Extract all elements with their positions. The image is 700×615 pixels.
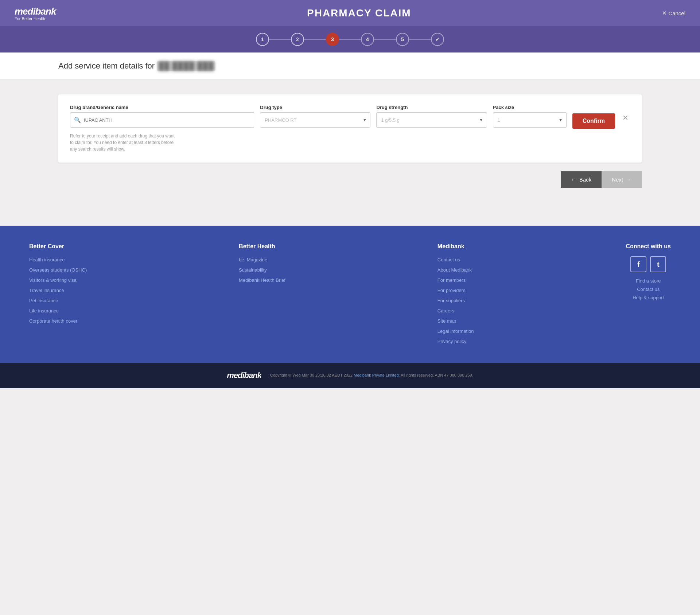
step-3[interactable]: 3 (326, 33, 339, 46)
step-line-3-4 (339, 39, 361, 40)
step-line-1-2 (269, 39, 291, 40)
step-2[interactable]: 2 (291, 33, 304, 46)
arrow-right-icon: → (626, 176, 631, 183)
footer-col-links-better-health: be. Magazine Sustainability Medibank Hea… (239, 256, 285, 283)
connect-links: Find a store Contact us Help & support (626, 278, 671, 300)
form-hint: Refer to your receipt and add each drug … (70, 133, 179, 152)
page-header-title: PHARMACY CLAIM (307, 7, 411, 19)
list-item: Careers (438, 307, 474, 314)
footer-link-providers[interactable]: For providers (438, 288, 466, 293)
list-item: Privacy policy (438, 338, 474, 345)
footer-col-heading-better-cover: Better Cover (29, 243, 87, 250)
drug-type-group: Drug type PHARMCO RT ▼ (260, 105, 370, 128)
footer-link-careers[interactable]: Careers (438, 308, 454, 314)
logo: medibank For Better Health (15, 6, 56, 21)
footer-link-suppliers[interactable]: For suppliers (438, 298, 465, 303)
list-item: Life insurance (29, 307, 87, 314)
list-item: Medibank Health Brief (239, 277, 285, 283)
list-item: Travel insurance (29, 287, 87, 293)
footer-link-find-store[interactable]: Find a store (626, 278, 671, 284)
close-button[interactable]: ✕ (621, 113, 630, 122)
step-line-5-6 (409, 39, 431, 40)
step-line-4-5 (374, 39, 396, 40)
twitter-icon[interactable]: t (650, 256, 666, 272)
footer-col-heading-medibank: Medibank (438, 243, 474, 250)
site-header: medibank For Better Health PHARMACY CLAI… (0, 0, 700, 26)
step-5[interactable]: 5 (396, 33, 409, 46)
main-content: Drug brand/Generic name 🔍 Refer to your … (0, 80, 700, 226)
next-label: Next (612, 176, 623, 183)
list-item: Pet insurance (29, 297, 87, 304)
footer-col-connect: Connect with us f t Find a store Contact… (626, 243, 671, 348)
footer-col-heading-connect: Connect with us (626, 243, 671, 250)
back-label: Back (579, 176, 591, 183)
footer-col-heading-better-health: Better Health (239, 243, 285, 250)
footer-columns: Better Cover Health insurance Overseas s… (29, 243, 671, 348)
cancel-x-icon: ✕ (662, 10, 667, 16)
drug-strength-select[interactable]: 1 g/5.5 g (376, 112, 487, 128)
footer-link-life[interactable]: Life insurance (29, 308, 59, 314)
footer-bottom: medibank Copyright © Wed Mar 30 23:28:02… (0, 363, 700, 388)
confirm-button[interactable]: Confirm (572, 113, 615, 129)
footer-link-sitemap[interactable]: Site map (438, 318, 456, 324)
list-item: Contact us (438, 256, 474, 263)
list-item: Corporate health cover (29, 318, 87, 324)
list-item: be. Magazine (239, 256, 285, 263)
step-circle-2: 2 (291, 33, 304, 46)
footer-link-contact-us[interactable]: Contact us (626, 287, 671, 292)
footer-link-privacy[interactable]: Privacy policy (438, 339, 466, 344)
drug-type-select[interactable]: PHARMCO RT (260, 112, 370, 128)
pack-size-select-wrapper[interactable]: 1 ▼ (493, 112, 567, 128)
footer-link-help-support[interactable]: Help & support (626, 295, 671, 300)
drug-type-label: Drug type (260, 105, 370, 110)
arrow-left-icon: ← (571, 176, 576, 183)
list-item: For providers (438, 287, 474, 293)
footer-link-travel[interactable]: Travel insurance (29, 288, 64, 293)
footer-link-magazine[interactable]: be. Magazine (239, 257, 267, 262)
footer-link-contact[interactable]: Contact us (438, 257, 460, 262)
cancel-button[interactable]: ✕ Cancel (662, 10, 685, 16)
form-row: Drug brand/Generic name 🔍 Refer to your … (70, 105, 630, 152)
footer-logo: medibank (227, 371, 261, 380)
footer-link-health-brief[interactable]: Medibank Health Brief (239, 277, 285, 283)
footer-link-corporate[interactable]: Corporate health cover (29, 318, 77, 324)
drug-strength-select-wrapper[interactable]: 1 g/5.5 g ▼ (376, 112, 487, 128)
facebook-icon[interactable]: f (630, 256, 646, 272)
footer-link-pet[interactable]: Pet insurance (29, 298, 58, 303)
drug-type-select-wrapper[interactable]: PHARMCO RT ▼ (260, 112, 370, 128)
drug-name-input[interactable] (84, 117, 250, 123)
pack-size-select[interactable]: 1 (493, 112, 567, 128)
footer-link-about[interactable]: About Medibank (438, 267, 472, 273)
list-item: Health insurance (29, 256, 87, 263)
drug-name-label: Drug brand/Generic name (70, 105, 254, 110)
footer-link-visitors[interactable]: Visitors & working visa (29, 277, 77, 283)
footer-link-members[interactable]: For members (438, 277, 466, 283)
list-item: Legal information (438, 328, 474, 334)
step-4[interactable]: 4 (361, 33, 374, 46)
step-6[interactable]: ✓ (431, 33, 444, 46)
footer-col-medibank: Medibank Contact us About Medibank For m… (438, 243, 474, 348)
drug-name-group: Drug brand/Generic name 🔍 Refer to your … (70, 105, 254, 152)
step-circle-3: 3 (326, 33, 339, 46)
step-circle-1: 1 (256, 33, 269, 46)
footer-link-sustainability[interactable]: Sustainability (239, 267, 267, 273)
footer-col-better-health: Better Health be. Magazine Sustainabilit… (239, 243, 285, 348)
list-item: Overseas students (OSHC) (29, 266, 87, 273)
back-button[interactable]: ← Back (561, 171, 602, 188)
step-line-2-3 (304, 39, 326, 40)
drug-strength-group: Drug strength 1 g/5.5 g ▼ (376, 105, 487, 128)
footer-link-oshc[interactable]: Overseas students (OSHC) (29, 267, 87, 273)
page-title: Add service item details for ██ ████ ███ (58, 61, 642, 71)
logo-tagline: For Better Health (15, 16, 45, 21)
footer-link-legal[interactable]: Legal information (438, 328, 474, 334)
nav-buttons: ← Back Next → (58, 171, 642, 188)
step-1[interactable]: 1 (256, 33, 269, 46)
next-button[interactable]: Next → (602, 171, 642, 188)
twitter-letter: t (657, 260, 660, 269)
footer-link-health-insurance[interactable]: Health insurance (29, 257, 65, 262)
footer-copyright: Copyright © Wed Mar 30 23:28:02 AEDT 202… (270, 372, 473, 379)
footer-col-better-cover: Better Cover Health insurance Overseas s… (29, 243, 87, 348)
step-circle-4: 4 (361, 33, 374, 46)
page-title-bar: Add service item details for ██ ████ ███ (0, 52, 700, 80)
drug-name-search-wrapper[interactable]: 🔍 (70, 112, 254, 128)
